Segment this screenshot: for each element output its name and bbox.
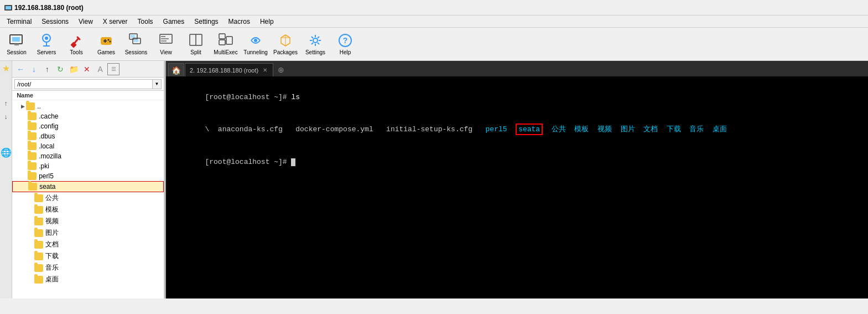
menu-help[interactable]: Help (256, 17, 278, 27)
toolbar-sessions[interactable]: Sessions (122, 30, 150, 59)
menu-bar: Terminal Sessions View X server Tools Ga… (0, 16, 868, 28)
folder-icon-btn[interactable]: 📁 (67, 63, 80, 75)
toolbar-packages[interactable]: Packages (271, 30, 300, 59)
session-label: Session (7, 49, 27, 55)
menu-view[interactable]: View (74, 17, 97, 27)
terminal-tab-title: 2. 192.168.188.180 (root) (190, 67, 258, 74)
multiexec-icon (218, 33, 233, 48)
terminal-line: [root@localhost ~]# ls (170, 81, 864, 114)
side-arrow-down-icon[interactable]: ↓ (1, 112, 11, 122)
folder-icon (34, 229, 43, 237)
ls-file-docker: docker-compose.yml (295, 125, 386, 133)
info-icon-btn[interactable]: A (94, 63, 106, 75)
servers-label: Servers (37, 49, 56, 55)
menu-xserver[interactable]: X server (98, 17, 132, 27)
new-tab-button[interactable]: ⊕ (274, 63, 288, 76)
list-item-seata[interactable]: seata (12, 181, 164, 192)
app-icon (4, 5, 12, 11)
file-tree[interactable]: ▶ .. .cache .config (12, 100, 164, 298)
folder-icon (28, 112, 37, 120)
left-panel: ← ↓ ↑ ↻ 📁 ✕ A ☰ ▼ Name ▶ (12, 61, 165, 298)
list-item[interactable]: perl5 (12, 171, 164, 181)
toolbar-help[interactable]: ? Help (331, 30, 360, 59)
item-label: 图片 (45, 228, 59, 238)
list-item[interactable]: .mozilla (12, 151, 164, 161)
menu-macros[interactable]: Macros (224, 17, 254, 27)
list-item[interactable]: ▶ .. (12, 101, 164, 111)
ls-dir-docs: 文档 (635, 125, 658, 133)
ls-dir-perl5: perl5 (486, 125, 516, 133)
detail-icon-btn[interactable]: ☰ (107, 63, 119, 75)
download-icon[interactable]: ↓ (28, 63, 40, 75)
item-label: .mozilla (39, 152, 61, 160)
settings-icon (308, 33, 323, 48)
menu-settings[interactable]: Settings (190, 17, 222, 27)
path-dropdown-button[interactable]: ▼ (153, 79, 162, 89)
refresh-icon[interactable]: ↻ (54, 63, 66, 75)
list-item[interactable]: .pki (12, 161, 164, 171)
toolbar-view[interactable]: View (152, 30, 180, 59)
toolbar-tools[interactable]: Tools (62, 30, 91, 59)
games-label: Games (97, 49, 115, 55)
list-item[interactable]: .dbus (12, 131, 164, 141)
list-item[interactable]: 模板 (12, 204, 164, 215)
list-item[interactable]: .local (12, 141, 164, 151)
ls-file-anaconda: anaconda-ks.cfg (218, 125, 295, 133)
svg-rect-20 (161, 40, 167, 42)
menu-terminal[interactable]: Terminal (2, 17, 36, 27)
help-label: Help (340, 49, 351, 55)
up-arrow-icon[interactable]: ↑ (41, 63, 53, 75)
item-label: 下载 (45, 251, 59, 261)
folder-icon (34, 276, 43, 284)
menu-games[interactable]: Games (159, 17, 189, 27)
folder-icon (28, 142, 37, 150)
toolbar-servers[interactable]: Servers (32, 30, 61, 59)
list-item[interactable]: .cache (12, 111, 164, 121)
toolbar-session[interactable]: Session (2, 30, 31, 59)
terminal-content[interactable]: [root@localhost ~]# ls \ anaconda-ks.cfg… (166, 76, 868, 298)
side-globe-icon[interactable]: 🌐 (1, 147, 11, 157)
list-item[interactable]: .config (12, 121, 164, 131)
list-item[interactable]: 视频 (12, 215, 164, 227)
menu-tools[interactable]: Tools (133, 17, 158, 27)
svg-rect-16 (134, 39, 138, 42)
svg-rect-2 (14, 44, 19, 45)
svg-rect-24 (219, 40, 225, 45)
toolbar-split[interactable]: Split (181, 30, 210, 59)
list-item[interactable]: 图片 (12, 227, 164, 239)
home-tab[interactable]: 🏠 (168, 63, 184, 76)
sessions2-label: Sessions (125, 49, 148, 55)
toolbar-games[interactable]: Games (92, 30, 121, 59)
split-icon (188, 33, 204, 48)
name-column-header: Name (17, 92, 33, 99)
packages-label: Packages (273, 49, 298, 55)
terminal-tab-active[interactable]: 2. 192.168.188.180 (root) ✕ (185, 63, 273, 76)
title-bar: 192.168.188.180 (root) (0, 0, 868, 16)
tree-header: Name (12, 91, 164, 100)
list-item[interactable]: 音乐 (12, 262, 164, 274)
back-icon[interactable]: ← (14, 63, 27, 75)
toolbar-tunneling[interactable]: Tunneling (241, 30, 270, 59)
toolbar-settings[interactable]: Settings (301, 30, 330, 59)
main-layout: ★ ↑ ↓ 🌐 ← ↓ ↑ ↻ 📁 ✕ A ☰ ▼ (0, 61, 868, 298)
folder-icon (26, 102, 35, 110)
ls-file-initial: initial-setup-ks.cfg (386, 125, 485, 133)
list-item[interactable]: 文档 (12, 239, 164, 250)
path-input[interactable] (14, 79, 153, 89)
item-label: .local (39, 142, 54, 150)
right-panel: 🏠 2. 192.168.188.180 (root) ✕ ⊕ [root@lo… (166, 61, 868, 298)
list-item[interactable]: 公共 (12, 192, 164, 204)
folder-icon (28, 152, 37, 160)
toolbar-multiexec[interactable]: MultiExec (211, 30, 240, 59)
tab-close-button[interactable]: ✕ (262, 67, 268, 74)
star-bookmark-icon[interactable]: ★ (1, 63, 11, 73)
terminal-prompt-line: [root@localhost ~]# (170, 146, 864, 178)
session-icon (9, 33, 24, 48)
list-item[interactable]: 下载 (12, 250, 164, 262)
list-item[interactable]: 桌面 (12, 274, 164, 285)
ls-dir-music: 音乐 (681, 125, 704, 133)
toolbar: Session Servers Tools Games Sessions Vie… (0, 28, 868, 61)
menu-sessions[interactable]: Sessions (37, 17, 73, 27)
delete-icon-btn[interactable]: ✕ (81, 63, 93, 75)
side-arrow-up-icon[interactable]: ↑ (1, 99, 11, 109)
